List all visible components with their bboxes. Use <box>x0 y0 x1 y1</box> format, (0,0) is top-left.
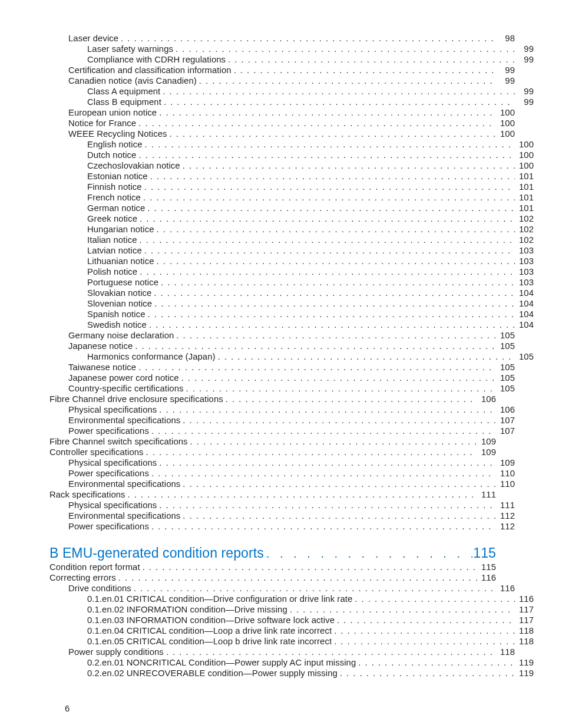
toc-page-number: 118 <box>515 636 534 647</box>
toc-label: Laser device <box>68 33 118 44</box>
toc-leader <box>226 54 515 65</box>
toc-entry[interactable]: Laser device98 <box>49 33 515 44</box>
toc-page-number: 99 <box>515 54 534 65</box>
toc-entry[interactable]: Correcting errors116 <box>49 572 496 583</box>
toc-entry[interactable]: Spanish notice104 <box>49 309 534 319</box>
toc-entry[interactable]: 0.1.en.01 CRITICAL condition—Drive confi… <box>49 594 534 604</box>
toc-label: Environmental specifications <box>68 415 180 426</box>
toc-entry[interactable]: Fibre Channel drive enclosure specificat… <box>49 394 496 404</box>
toc-entry[interactable]: Certification and classification informa… <box>49 65 515 75</box>
toc-label: Class A equipment <box>87 86 160 97</box>
toc-entry[interactable]: 0.1.en.04 CRITICAL condition—Loop a driv… <box>49 625 534 636</box>
toc-leader <box>160 86 515 97</box>
toc-entry[interactable]: Physical specifications111 <box>49 500 515 510</box>
toc-entry[interactable]: Germany noise declaration105 <box>49 330 515 341</box>
toc-entry[interactable]: 0.1.en.03 INFORMATION condition—Drive so… <box>49 615 534 625</box>
toc-label: Physical specifications <box>68 404 157 415</box>
toc-entry[interactable]: Physical specifications109 <box>49 457 515 468</box>
toc-entry[interactable]: English notice100 <box>49 139 534 150</box>
toc-leader <box>157 500 496 510</box>
toc-page-number: 101 <box>515 203 534 213</box>
toc-page-number: 118 <box>515 625 534 636</box>
toc-entry[interactable]: Notice for France100 <box>49 118 515 129</box>
toc-label: 0.2.en.02 UNRECOVERABLE condition—Power … <box>87 668 338 678</box>
toc-entry[interactable]: Power supply conditions118 <box>49 647 515 657</box>
toc-leader <box>356 657 515 668</box>
toc-entry[interactable]: Class A equipment99 <box>49 86 534 97</box>
toc-entry[interactable]: Greek notice102 <box>49 213 534 224</box>
toc-entry[interactable]: Canadien notice (avis Canadien)99 <box>49 75 515 86</box>
toc-entry[interactable]: Laser safety warnings99 <box>49 44 534 54</box>
toc-page-number: 111 <box>496 500 515 510</box>
toc-leader <box>161 97 515 107</box>
toc-entry[interactable]: Dutch notice100 <box>49 150 534 160</box>
toc-entry[interactable]: Drive conditions116 <box>49 583 515 594</box>
toc-entry[interactable]: Japanese notice105 <box>49 341 515 351</box>
toc-entry[interactable]: Power specifications107 <box>49 426 515 436</box>
toc-label: Swedish notice <box>87 319 147 330</box>
toc-entry[interactable]: Compliance with CDRH regulations99 <box>49 54 534 65</box>
toc-entry[interactable]: Class B equipment99 <box>49 97 534 107</box>
toc-entry[interactable]: Czechoslovakian notice100 <box>49 160 534 171</box>
toc-leader <box>287 604 515 615</box>
toc-entry[interactable]: Polish notice103 <box>49 266 534 277</box>
toc-leader <box>148 171 515 182</box>
toc-entry[interactable]: Latvian notice103 <box>49 245 534 256</box>
toc-page-number: 105 <box>496 330 515 341</box>
toc-label: Portuguese notice <box>87 277 158 288</box>
toc-entry[interactable]: Finnish notice101 <box>49 182 534 192</box>
toc-entry[interactable]: Slovakian notice104 <box>49 288 534 298</box>
toc-entry[interactable]: German notice101 <box>49 203 534 213</box>
toc-label: Environmental specifications <box>68 510 180 521</box>
toc-label: 0.2.en.01 NONCRITICAL Condition—Power su… <box>87 657 356 668</box>
toc-leader <box>173 44 515 54</box>
toc-entry[interactable]: Harmonics conformance (Japan)105 <box>49 351 534 362</box>
toc-entry[interactable]: Taiwanese notice105 <box>49 362 515 373</box>
toc-page-number: 116 <box>515 594 534 604</box>
section-label: B EMU-generated condition reports <box>49 545 264 561</box>
toc-entry[interactable]: Environmental specifications110 <box>49 479 515 489</box>
toc-entry[interactable]: Rack specifications111 <box>49 489 496 500</box>
toc-leader <box>335 615 515 625</box>
toc-entry[interactable]: Fibre Channel switch specifications109 <box>49 436 496 447</box>
toc-entry[interactable]: Lithuanian notice103 <box>49 256 534 266</box>
toc-entry[interactable]: 0.2.en.01 NONCRITICAL Condition—Power su… <box>49 657 534 668</box>
toc-entry[interactable]: Slovenian notice104 <box>49 298 534 309</box>
toc-entry[interactable]: Portuguese notice103 <box>49 277 534 288</box>
toc-label: Latvian notice <box>87 245 142 256</box>
toc-leader <box>147 319 515 330</box>
toc-page-number: 119 <box>515 668 534 678</box>
toc-entry[interactable]: Environmental specifications107 <box>49 415 515 426</box>
toc-leader <box>180 415 496 426</box>
toc-entry[interactable]: Power specifications112 <box>49 521 515 532</box>
toc-entry[interactable]: WEEE Recycling Notices100 <box>49 129 515 139</box>
toc-entry[interactable]: Italian notice102 <box>49 235 534 245</box>
section-heading-b[interactable]: B EMU-generated condition reports 115 <box>49 545 496 562</box>
toc-entry[interactable]: Power specifications110 <box>49 468 515 479</box>
toc-entry[interactable]: Condition report format115 <box>49 562 496 572</box>
toc-entry[interactable]: Japanese power cord notice105 <box>49 373 515 383</box>
toc-label: Physical specifications <box>68 457 157 468</box>
toc-leader <box>179 373 496 383</box>
toc-label: Laser safety warnings <box>87 44 173 54</box>
toc-entry[interactable]: European union notice100 <box>49 107 515 118</box>
toc-entry[interactable]: 0.1.en.05 CRITICAL condition—Loop b driv… <box>49 636 534 647</box>
toc-label: Physical specifications <box>68 500 157 510</box>
toc-entry[interactable]: Controller specifications109 <box>49 447 496 457</box>
toc-entry[interactable]: French notice101 <box>49 192 534 203</box>
toc-leader <box>152 298 515 309</box>
toc-label: English notice <box>87 139 143 150</box>
toc-entry[interactable]: Estonian notice101 <box>49 171 534 182</box>
toc-entry[interactable]: Country-specific certifications105 <box>49 383 515 394</box>
toc-leader <box>188 436 477 447</box>
toc-entry[interactable]: Hungarian notice102 <box>49 224 534 235</box>
toc-entry[interactable]: Environmental specifications112 <box>49 510 515 521</box>
toc-entry[interactable]: Physical specifications106 <box>49 404 515 415</box>
toc-page-number: 100 <box>496 129 515 139</box>
toc-leader <box>180 479 496 489</box>
toc-entry[interactable]: Swedish notice104 <box>49 319 534 330</box>
toc-label: Polish notice <box>87 266 137 277</box>
toc-entry[interactable]: 0.1.en.02 INFORMATION condition—Drive mi… <box>49 604 534 615</box>
toc-label: French notice <box>87 192 141 203</box>
toc-entry[interactable]: 0.2.en.02 UNRECOVERABLE condition—Power … <box>49 668 534 678</box>
